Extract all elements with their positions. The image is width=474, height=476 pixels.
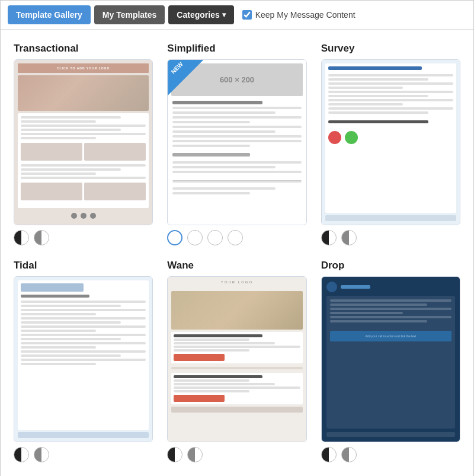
survey-swatch-1[interactable] — [321, 230, 337, 245]
template-name-transactional: Transactional — [14, 43, 79, 55]
keep-content-text: Keep My Message Content — [255, 10, 356, 20]
trans-swatch-1[interactable] — [14, 230, 29, 245]
template-preview-survey[interactable] — [321, 59, 460, 225]
survey-title — [328, 66, 422, 70]
drop-logo — [326, 282, 455, 292]
my-templates-tab-button[interactable]: My Templates — [94, 5, 165, 24]
template-gallery-grid: Transactional CLICK TO ADD YOUR LOGO — [1, 30, 473, 476]
survey-line-7 — [328, 99, 453, 101]
template-name-survey: Survey — [321, 43, 355, 55]
trans-img-2 — [84, 143, 146, 161]
simp-line-3 — [172, 116, 301, 119]
trans-img-3 — [21, 183, 82, 200]
drop-swatch-row — [321, 447, 357, 462]
trans-line-10 — [21, 177, 146, 179]
template-preview-simplified[interactable]: NEW 600 × 200 — [167, 59, 306, 225]
template-cell-wane: Wane YOUR LOGO — [160, 254, 313, 471]
survey-line-5 — [328, 91, 453, 93]
tidal-line-5 — [21, 317, 146, 320]
tidal-swatch-2[interactable] — [34, 447, 49, 462]
wane-card-title-1 — [174, 334, 262, 337]
tidal-body — [18, 280, 149, 430]
survey-line-2 — [328, 78, 428, 81]
wane-swatch-row — [167, 447, 203, 462]
trans-header-img — [18, 75, 149, 111]
categories-dropdown-button[interactable]: Categories — [168, 5, 233, 24]
tidal-line-14 — [21, 354, 121, 357]
template-name-drop: Drop — [321, 260, 345, 271]
drop-line-5 — [330, 316, 451, 318]
template-preview-tidal[interactable] — [14, 276, 153, 442]
keep-content-label[interactable]: Keep My Message Content — [242, 10, 356, 20]
template-preview-transactional[interactable]: CLICK TO ADD YOUR LOGO — [14, 59, 153, 225]
wane-content: YOUR LOGO — [168, 277, 306, 442]
survey-line-9 — [328, 107, 453, 110]
simp-swatch-1[interactable] — [167, 230, 182, 245]
template-preview-drop[interactable]: Add your call to action and link the tex… — [321, 276, 460, 442]
drop-line-3 — [330, 308, 451, 310]
tidal-line-9 — [21, 334, 146, 336]
tidal-line-16 — [21, 363, 96, 365]
trans-line-5 — [21, 133, 146, 135]
tidal-line-2 — [21, 305, 121, 307]
drop-logo-icon — [326, 282, 337, 292]
wane-card-line-2 — [174, 342, 275, 344]
wane-swatch-1[interactable] — [167, 447, 182, 462]
wane-card-line-4 — [174, 349, 249, 352]
simp-line-2 — [172, 111, 276, 114]
tidal-line-3 — [21, 309, 146, 311]
trans-swatch-2[interactable] — [34, 230, 49, 245]
wane-swatch-2[interactable] — [187, 447, 203, 462]
simp-swatch-3[interactable] — [207, 230, 223, 245]
trans-line-1 — [21, 116, 121, 119]
survey-swatch-row — [321, 230, 357, 245]
wane-cta-btn-1 — [174, 354, 224, 361]
drop-line-6 — [330, 320, 427, 322]
simp-line-11 — [172, 166, 276, 168]
wane-logo: YOUR LOGO — [171, 280, 302, 289]
simp-line-12 — [172, 171, 301, 173]
simp-footer-line-1 — [172, 187, 276, 190]
drop-swatch-2[interactable] — [341, 447, 357, 462]
survey-content — [322, 60, 460, 225]
wane-card-line-6 — [174, 383, 275, 385]
survey-swatch-2[interactable] — [341, 230, 357, 245]
trans-swatch-row — [14, 230, 49, 245]
drop-line-4 — [330, 312, 403, 314]
toolbar: Template Gallery My Templates Categories… — [1, 1, 473, 30]
wane-cta-btn-2 — [174, 395, 224, 402]
template-cell-tidal: Tidal — [7, 254, 160, 471]
trans-line-3 — [21, 124, 146, 127]
survey-body — [325, 63, 456, 213]
template-cell-transactional: Transactional CLICK TO ADD YOUR LOGO — [7, 37, 160, 254]
drop-swatch-1[interactable] — [321, 447, 337, 462]
tidal-swatch-1[interactable] — [14, 447, 29, 462]
simp-swatch-4[interactable] — [228, 230, 243, 245]
wane-card-title-2 — [174, 375, 262, 378]
gallery-tab-button[interactable]: Template Gallery — [8, 5, 91, 24]
tidal-swatch-row — [14, 447, 49, 462]
social-icon-3 — [90, 213, 96, 219]
wane-card-line-1 — [174, 338, 249, 341]
template-name-tidal: Tidal — [14, 260, 37, 271]
simp-swatch-2[interactable] — [187, 230, 203, 245]
keep-content-checkbox[interactable] — [242, 10, 252, 20]
tidal-line-8 — [21, 330, 96, 332]
wane-card-line-8 — [174, 390, 249, 392]
drop-body: Add your call to action and link the tex… — [326, 296, 455, 429]
tidal-line-4 — [21, 313, 96, 315]
template-preview-wane[interactable]: YOUR LOGO — [167, 276, 306, 442]
template-cell-drop: Drop Add your call to action and link th… — [314, 254, 467, 471]
simp-line-6 — [172, 130, 276, 133]
wane-card-1 — [171, 332, 302, 363]
survey-btn-negative — [328, 131, 341, 144]
drop-cta-btn: Add your call to action and link the tex… — [330, 331, 451, 341]
survey-line-8 — [328, 103, 403, 106]
trans-body — [18, 113, 149, 208]
simp-greeting — [172, 101, 262, 104]
social-icon-2 — [81, 213, 87, 219]
trans-line-8 — [21, 168, 121, 171]
simp-line-10 — [172, 161, 301, 164]
trans-line-2 — [21, 120, 96, 123]
simp-line-7 — [172, 135, 301, 138]
